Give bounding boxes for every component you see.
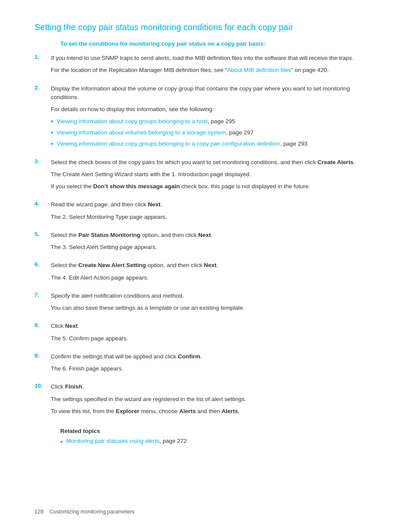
step-2-number: 2. [34, 84, 51, 91]
step-5-sub: The 3. Select Alert Setting page appears… [51, 243, 377, 252]
step-4-content: Read the wizard page, and then click Nex… [51, 200, 377, 225]
step-8-content: Click Next. The 5. Confirm page appears. [51, 322, 377, 346]
step-2-sub: For details on how to display this infor… [51, 105, 377, 114]
step-9-text: Confirm the settings that will be applie… [51, 352, 377, 361]
step-7-sub: You can also save these settings as a te… [51, 304, 377, 312]
mib-definition-link[interactable]: About MIB definition files [227, 67, 291, 73]
step-3-sub1: The Create Alert Setting Wizard starts w… [51, 170, 377, 179]
step-1-sub: For the location of the Replication Mana… [51, 66, 377, 75]
step-4-number: 4. [34, 200, 51, 207]
step-6-number: 6. [34, 261, 51, 268]
step-2-content: Display the information about the volume… [51, 84, 377, 152]
footer: 128 Customizing monitoring parameters [34, 509, 134, 515]
step-1-text: If you intend to use SNMP traps to send … [51, 54, 377, 62]
steps-list: 1. If you intend to use SNMP traps to se… [34, 54, 377, 419]
step-9-number: 9. [34, 352, 51, 359]
bullet-1: Viewing information about copy groups be… [51, 117, 377, 126]
step-2-text: Display the information about the volume… [51, 84, 377, 102]
related-topics-title: Related topics [60, 428, 377, 434]
footer-page-number: 128 [34, 509, 44, 515]
step-3-text: Select the check boxes of the copy pairs… [51, 158, 377, 167]
step-9-sub: The 6. Finish page appears. [51, 364, 377, 373]
step-4-text: Read the wizard page, and then click Nex… [51, 200, 377, 209]
footer-section: Customizing monitoring parameters [50, 509, 134, 515]
step-5: 5. Select the Pair Status Monitoring opt… [34, 231, 377, 255]
step-3-content: Select the check boxes of the copy pairs… [51, 158, 377, 195]
step-8: 8. Click Next. The 5. Confirm page appea… [34, 322, 377, 346]
step-7-content: Specify the alert notification condition… [51, 292, 377, 316]
related-topics-section: Related topics Monitoring pair statuses … [60, 428, 377, 447]
step-10-number: 10. [34, 383, 51, 389]
page-title: Setting the copy pair status monitoring … [34, 22, 377, 33]
step-2: 2. Display the information about the vol… [34, 84, 377, 152]
step-6-sub: The 4. Edit Alert Action page appears. [51, 274, 377, 282]
related-topic-1: Monitoring pair statuses using alerts, p… [60, 438, 377, 447]
step-10-content: Click Finish. The settings specified in … [51, 383, 377, 419]
step-5-text: Select the Pair Status Monitoring option… [51, 231, 377, 240]
step-5-number: 5. [34, 231, 51, 237]
step-2-bullets: Viewing information about copy groups be… [51, 117, 377, 148]
step-7: 7. Specify the alert notification condit… [34, 292, 377, 316]
bullet-2: Viewing information about volumes belong… [51, 128, 377, 137]
step-5-content: Select the Pair Status Monitoring option… [51, 231, 377, 255]
bullet-2-link[interactable]: Viewing information about volumes belong… [57, 129, 226, 136]
step-3: 3. Select the check boxes of the copy pa… [34, 158, 377, 195]
step-1-content: If you intend to use SNMP traps to send … [51, 54, 377, 78]
bullet-3-link[interactable]: Viewing information about copy groups be… [57, 140, 280, 147]
step-8-text: Click Next. [51, 322, 377, 330]
step-6: 6. Select the Create New Alert Setting o… [34, 261, 377, 286]
step-9: 9. Confirm the settings that will be app… [34, 352, 377, 377]
step-10-sub2: To view this list, from the Explorer men… [51, 407, 377, 416]
step-9-content: Confirm the settings that will be applie… [51, 352, 377, 377]
step-8-sub: The 5. Confirm page appears. [51, 334, 377, 343]
step-10: 10. Click Finish. The settings specified… [34, 383, 377, 419]
step-1-number: 1. [34, 54, 51, 60]
step-7-text: Specify the alert notification condition… [51, 292, 377, 300]
step-8-number: 8. [34, 322, 51, 328]
step-4: 4. Read the wizard page, and then click … [34, 200, 377, 225]
step-3-sub2: If you select the Don’t show this messag… [51, 182, 377, 191]
bullet-3: Viewing information about copy groups be… [51, 140, 377, 149]
bullet-1-link[interactable]: Viewing information about copy groups be… [57, 118, 208, 124]
subtitle: To set the conditions for monitoring cop… [60, 40, 377, 47]
step-3-number: 3. [34, 158, 51, 165]
step-4-sub: The 2. Select Monitoring Type page appea… [51, 213, 377, 221]
step-6-content: Select the Create New Alert Setting opti… [51, 261, 377, 286]
related-topic-1-link[interactable]: Monitoring pair statuses using alerts [66, 438, 159, 444]
step-10-text: Click Finish. [51, 383, 377, 391]
step-7-number: 7. [34, 292, 51, 298]
step-10-sub1: The settings specified in the wizard are… [51, 395, 377, 404]
step-6-text: Select the Create New Alert Setting opti… [51, 261, 377, 270]
step-1: 1. If you intend to use SNMP traps to se… [34, 54, 377, 78]
related-topics-list: Monitoring pair statuses using alerts, p… [60, 438, 377, 447]
